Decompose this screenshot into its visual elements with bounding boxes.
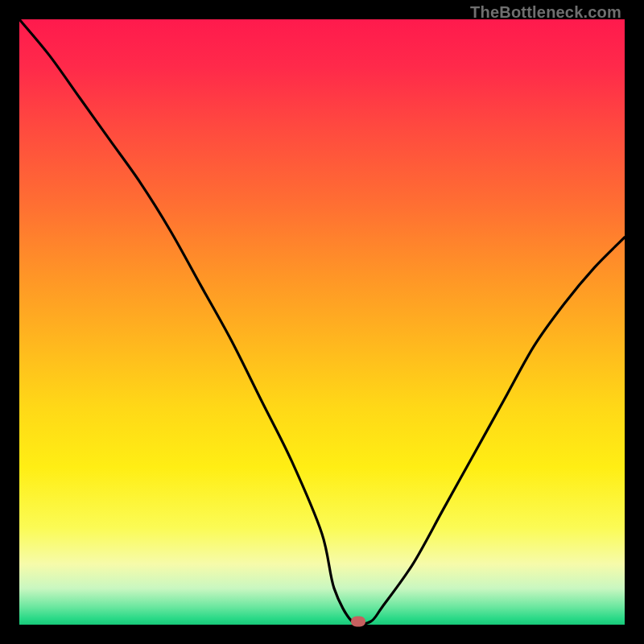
watermark-text: TheBottleneck.com <box>470 3 621 22</box>
bottleneck-curve <box>19 19 625 625</box>
plot-area <box>19 19 625 625</box>
minimum-marker <box>351 617 365 627</box>
chart-frame: TheBottleneck.com <box>0 0 644 644</box>
